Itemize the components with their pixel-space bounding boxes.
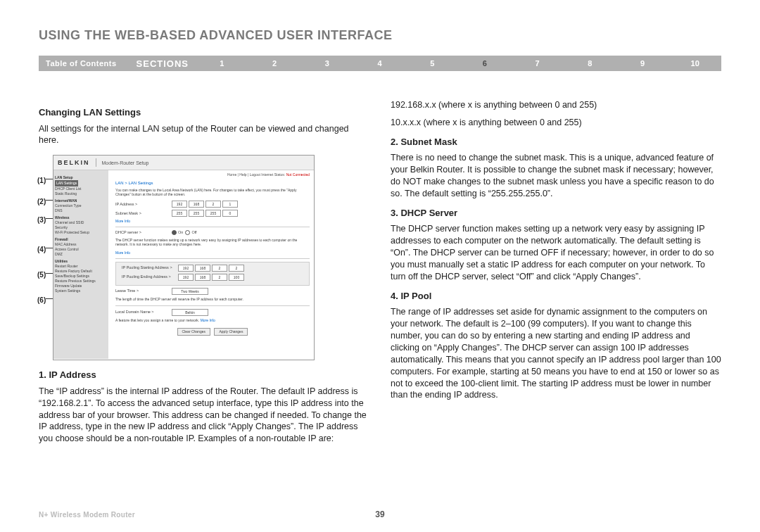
right-column: 192.168.x.x (where x is anything between…	[391, 99, 721, 450]
heading-dhcp: 3. DHCP Server	[391, 207, 721, 220]
toc-link[interactable]: Table of Contents	[46, 59, 117, 68]
section-9[interactable]: 9	[616, 59, 669, 68]
ss-status-bar: Home | Help | Logout Internet Status: No…	[227, 172, 310, 177]
section-8[interactable]: 8	[564, 59, 616, 68]
section-7[interactable]: 7	[511, 59, 564, 68]
section-3[interactable]: 3	[300, 59, 353, 68]
para-example-1: 192.168.x.x (where x is anything between…	[391, 99, 721, 111]
ss-row-pool-end: IP Pooling Ending Address > 192 168 2 10…	[122, 274, 309, 281]
para-ip-address: The “IP address” is the internal IP addr…	[39, 386, 369, 445]
callout-2: (2)	[37, 197, 46, 207]
section-1[interactable]: 1	[196, 59, 248, 68]
para-subnet: There is no need to change the subnet ma…	[391, 152, 721, 200]
heading-ip-address: 1. IP Address	[39, 369, 369, 381]
ss-breadcrumb: LAN > LAN Settings	[115, 180, 310, 186]
footer-product: N+ Wireless Modem Router	[39, 511, 266, 519]
page-title: USING THE WEB-BASED ADVANCED USER INTERF…	[39, 28, 721, 43]
callout-5: (5)	[37, 270, 46, 280]
section-6[interactable]: 6	[459, 59, 512, 68]
ss-sidebar: LAN Setup LAN Settings DHCP Client List …	[53, 170, 108, 359]
heading-subnet: 2. Subnet Mask	[391, 136, 721, 148]
ss-setup-title: Modem-Router Setup	[102, 160, 149, 166]
callout-3: (3)	[37, 215, 46, 225]
ss-row-ip: IP Address > 192 168 2 1	[115, 201, 310, 208]
callout-6: (6)	[37, 296, 46, 305]
ss-row-subnet: Subnet Mask > 255 255 255 0	[115, 210, 310, 217]
ss-clear-button[interactable]: Clear Changes	[177, 328, 210, 336]
footer-page-number: 39	[266, 509, 493, 519]
section-5[interactable]: 5	[406, 59, 459, 68]
page-footer: N+ Wireless Modem Router 39	[39, 509, 721, 519]
ss-row-lease: Lease Time > Two Weeks	[115, 288, 310, 295]
router-screenshot: BELKIN Modem-Router Setup Home | Help | …	[53, 155, 315, 360]
heading-ippool: 4. IP Pool	[391, 290, 721, 303]
ss-apply-button[interactable]: Apply Changes	[214, 328, 248, 336]
ss-main: LAN > LAN Settings You can make changes …	[108, 170, 314, 359]
ss-brand: BELKIN	[58, 158, 90, 167]
callout-1: (1)	[37, 176, 46, 186]
router-screenshot-wrap: (1) (2) (3) (4) (5) (6) BELKIN Modem-Rou…	[53, 155, 369, 360]
ss-row-pool-start: IP Pooling Starting Address > 192 168 2 …	[122, 265, 309, 272]
section-10[interactable]: 10	[669, 59, 721, 68]
heading-changing-lan: Changing LAN Settings	[39, 106, 369, 119]
para-dhcp: The DHCP server function makes setting u…	[391, 223, 721, 282]
section-4[interactable]: 4	[353, 59, 406, 68]
callout-4: (4)	[37, 245, 46, 255]
sections-label: SECTIONS	[137, 58, 189, 69]
section-2[interactable]: 2	[248, 59, 301, 68]
ss-row-domain: Local Domain Name > Belkin	[115, 309, 310, 316]
section-navbar: Table of Contents SECTIONS 1 2 3 4 5 6 7…	[39, 56, 721, 71]
para-example-2: 10.x.x.x (where x is anything between 0 …	[391, 117, 721, 129]
left-column: Changing LAN Settings All settings for t…	[39, 99, 369, 450]
para-changing-lan: All settings for the internal LAN setup …	[39, 123, 369, 147]
ss-row-dhcp: DHCP server > On Off	[115, 230, 310, 235]
para-ippool: The range of IP addresses set aside for …	[391, 306, 721, 401]
